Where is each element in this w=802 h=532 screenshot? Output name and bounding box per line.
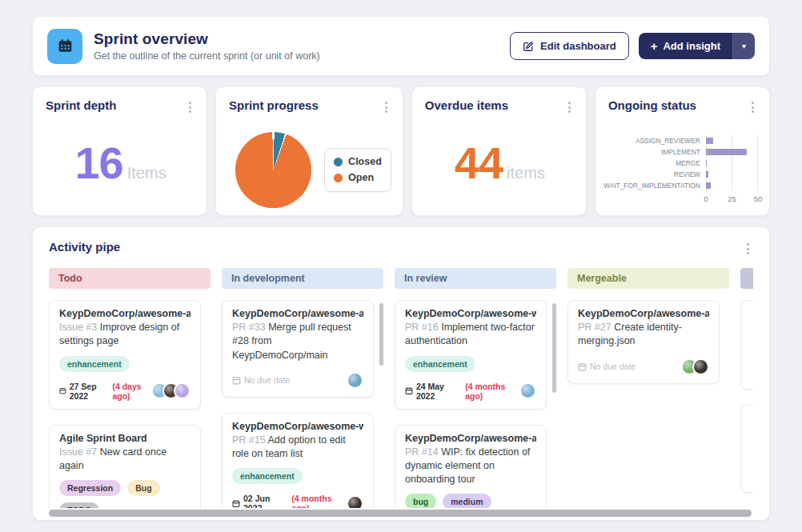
kanban-card[interactable]: KeypDemoCorp/awesome-w... PR #16 Impleme… (395, 300, 547, 410)
bar-row: WAIT_FOR_IMPLEMENTATION (608, 180, 758, 191)
card-repo: KeypDemoCorp/awesome-ap... (232, 308, 363, 319)
calendar-icon (578, 362, 587, 371)
tag-bug[interactable]: bug (405, 494, 436, 508)
tag-medium[interactable]: medium (443, 494, 491, 508)
due-date: No due date (232, 375, 295, 385)
sprint-progress-chart: Closed Open (229, 132, 391, 208)
kanban-column-mergeable: Mergeable KeypDemoCorp/awesome-api-... P… (567, 268, 729, 508)
legend-label: Closed (348, 154, 382, 170)
column-cards: KeypDemoCorp/awesome-ap... PR #33 Merge … (222, 300, 383, 508)
calendar-icon (47, 29, 82, 64)
ongoing-bar-rows: ASSIGN_REVIEWER IMPLEMENT MERGE REVIEW W… (608, 135, 758, 206)
card-repo: Agile Sprint Board (59, 433, 190, 444)
card-footer: 02 Jun 2022(4 months ago) (232, 494, 363, 508)
header-actions: Edit dashboard + Add insight ▾ (510, 32, 755, 60)
axis-tick-label: 25 (728, 194, 736, 203)
tag-bug[interactable]: Bug (127, 480, 159, 496)
edit-dashboard-button[interactable]: Edit dashboard (510, 32, 629, 60)
bar-track (706, 158, 758, 169)
sprint-progress-pie (235, 132, 311, 208)
kanban-card[interactable]: KeypDemoCorp/awesome-ap... Issue #3 Impr… (49, 300, 201, 410)
dashboard-page: Sprint overview Get the outline of the c… (0, 0, 802, 521)
bar (706, 138, 713, 144)
column-header-todo: Todo (49, 268, 211, 289)
header-text: Sprint overview Get the outline of the c… (94, 30, 320, 62)
tag-enhancement[interactable]: enhancement (405, 356, 475, 372)
activity-pipe-panel: Activity pipe Todo KeypDemoCorp/awesome-… (32, 226, 770, 521)
widget-title: Ongoing status (608, 98, 696, 112)
axis-tick-label: 50 (754, 194, 763, 203)
bar-row: IMPLEMENT (608, 146, 758, 158)
card-footer: No due date (578, 358, 709, 375)
card-footer: No due date (232, 372, 363, 389)
card-repo: KeypDemoCorp/awesome-ap... (405, 433, 536, 444)
kebab-menu-icon[interactable] (743, 240, 753, 258)
due-date: 02 Jun 2022(4 months ago) (232, 494, 347, 508)
x-axis-ticks: 02550 (706, 191, 758, 206)
column-cards: KeypDemoCorp/awesome-api-... PR #27 Crea… (567, 300, 729, 384)
horizontal-scrollbar[interactable] (49, 510, 752, 517)
kebab-menu-icon[interactable] (381, 98, 391, 116)
card-repo: KeypDemoCorp/awesome-w... (232, 421, 363, 432)
add-insight-button[interactable]: + Add insight (639, 33, 732, 59)
column-cards: KeypDemoCorp/awesome-ap... Issue #3 Impr… (49, 300, 211, 508)
kebab-menu-icon[interactable] (564, 98, 575, 116)
avatar[interactable] (692, 358, 709, 375)
column-header-in-review: In review (395, 268, 556, 289)
relative-date: (4 days ago) (112, 382, 151, 401)
avatar[interactable] (347, 372, 363, 389)
kanban-card[interactable]: Agile Sprint Board Issue #7 New card onc… (49, 425, 201, 509)
kebab-menu-icon[interactable] (185, 98, 195, 116)
avatar[interactable] (347, 495, 363, 508)
card-footer: 24 May 2022(4 months ago) (405, 382, 536, 401)
kanban-card[interactable]: KeypDemoCorp/awesome-ap... PR #14 WIP: f… (395, 425, 547, 509)
widget-ongoing-status: Ongoing status ASSIGN_REVIEWER IMPLEMENT… (595, 86, 770, 216)
card-ref: PR #33 (232, 322, 266, 333)
kanban-card[interactable]: KeypDemoCorp/awesome-w... PR #15 Add opt… (222, 413, 374, 508)
card-ref: PR #16 (405, 322, 439, 333)
ongoing-status-chart: ASSIGN_REVIEWER IMPLEMENT MERGE REVIEW W… (608, 135, 758, 206)
kanban-card[interactable] (740, 405, 753, 493)
tag-enhancement[interactable]: enhancement (59, 356, 130, 372)
page-subtitle: Get the outline of the current sprint (o… (94, 50, 320, 62)
card-description: PR #16 Implement two-factor authenticati… (405, 321, 536, 349)
avatar-group (681, 358, 709, 375)
tag-list: RegressionBugTODO (59, 480, 190, 508)
widget-title: Overdue items (425, 98, 508, 112)
bar-track (706, 169, 758, 180)
add-insight-dropdown-button[interactable]: ▾ (732, 33, 755, 59)
due-date: 27 Sep 2022(4 days ago) (59, 382, 151, 401)
bar (706, 160, 707, 166)
widget-sprint-depth: Sprint depth 16 Items (32, 86, 207, 216)
column-scrollbar[interactable] (379, 303, 383, 366)
widget-title: Sprint progress (229, 98, 319, 112)
bar-track (706, 146, 758, 158)
kanban-card[interactable]: KeypDemoCorp/awesome-api-... PR #27 Crea… (567, 300, 720, 384)
kebab-menu-icon[interactable] (748, 98, 758, 116)
tag-todo[interactable]: TODO (59, 502, 99, 508)
legend-dot (334, 158, 343, 166)
overdue-items-stat: 44 items (425, 137, 575, 189)
widget-overdue-items: Overdue items 44 items (411, 86, 587, 216)
card-description: PR #27 Create identity-merging.json (578, 321, 709, 349)
overdue-items-unit: items (507, 164, 545, 182)
kanban-column-todo: Todo KeypDemoCorp/awesome-ap... Issue #3… (49, 268, 211, 508)
kanban-card[interactable] (740, 300, 753, 390)
bar-row: MERGE (608, 158, 758, 169)
card-ref: Issue #3 (59, 322, 97, 333)
card-description: PR #14 WIP: fix detection of dynamic ele… (405, 446, 536, 487)
kanban-card[interactable]: KeypDemoCorp/awesome-ap... PR #33 Merge … (222, 300, 374, 398)
calendar-icon (232, 499, 240, 508)
legend-label: Open (348, 170, 374, 186)
avatar[interactable] (174, 382, 190, 399)
tag-enhancement[interactable]: enhancement (232, 468, 303, 484)
column-scrollbar[interactable] (552, 303, 556, 393)
bar-category-label: REVIEW (608, 169, 706, 180)
bar-track (706, 135, 758, 146)
column-cards (740, 300, 753, 508)
avatar[interactable] (519, 382, 536, 399)
calendar-icon (405, 386, 413, 395)
bar-track (706, 180, 758, 191)
tag-regression[interactable]: Regression (59, 480, 121, 496)
sprint-depth-stat: 16 Items (46, 137, 195, 189)
